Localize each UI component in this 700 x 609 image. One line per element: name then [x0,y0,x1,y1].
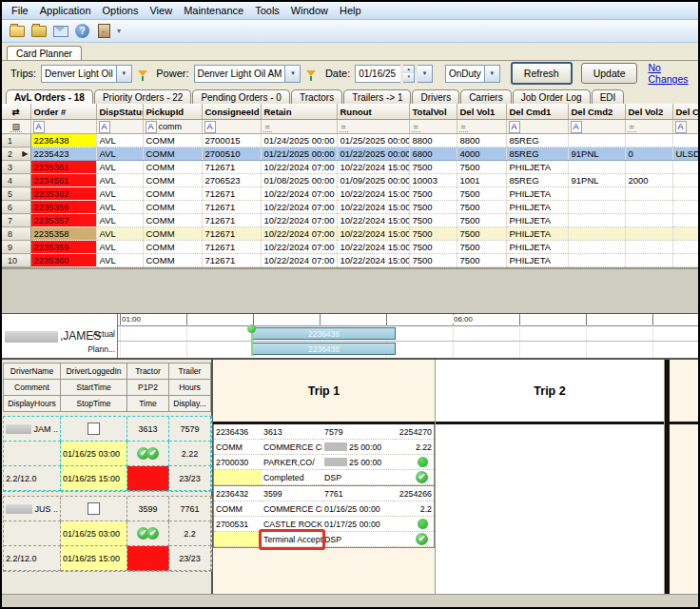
delvol2-cell[interactable] [625,201,672,214]
order-row[interactable]: 10 2235360 AVL COMM 712671 10/22/2024 07… [2,254,700,267]
filter-cell[interactable]: = [337,120,409,134]
row-number[interactable]: 4 [2,174,30,187]
delcmd1-cell[interactable]: PHILJETA [506,187,568,201]
pickup-cell[interactable]: COMM [143,134,202,147]
text-filter-icon[interactable]: A [146,121,157,133]
filter-cell[interactable]: Acomm [143,120,202,134]
delcmd2-cell[interactable] [568,201,625,214]
trip-pickup-city[interactable]: COMMERCE CIT.. [262,440,322,455]
dispstatus-cell[interactable]: AVL [96,134,143,147]
exit-icon[interactable]: ← [95,22,113,40]
filter-value[interactable]: comm [159,122,183,131]
delcmd2-cell[interactable]: 91PNL [568,147,625,161]
checkbox[interactable] [88,422,100,435]
delcmd1-cell[interactable]: 85REG [506,134,568,147]
consignee-cell[interactable]: 2706523 [202,174,261,187]
pickup-cell[interactable]: COMM [143,241,202,254]
gantt-driver-header[interactable]: ,JAMES Actual Plann... [2,314,118,358]
filter-cell[interactable]: A [202,120,261,134]
refresh-button[interactable]: Refresh [511,62,573,85]
trip-tractor[interactable]: 3613 [262,424,322,440]
trip2-header[interactable]: Trip 2 [436,360,664,424]
order-row[interactable]: 9 2235359 AVL COMM 712671 10/22/2024 07:… [2,241,700,254]
trip-pickup-city[interactable]: COMMERCE CIT.. [262,501,322,517]
row-number[interactable]: 5 [2,187,30,201]
retain-cell[interactable]: 10/22/2024 07:00 [261,187,337,201]
trip-trailer[interactable]: 7579 [322,424,395,440]
driver-name-cell[interactable]: JAM .. [4,417,61,442]
dispstatus-cell[interactable]: AVL [96,187,143,201]
menu-item[interactable]: View [144,4,178,17]
orders-tab[interactable]: Tractors [291,89,342,104]
date-dropdown[interactable]: ▾ [418,65,433,83]
orders-tab[interactable]: Job Order Log [513,89,591,104]
trip-dispatch[interactable]: DSP [322,470,395,485]
delcmd2-cell[interactable] [568,134,625,147]
trip-order-number[interactable]: 2236432 [214,486,262,501]
spin-down-icon[interactable]: ▾ [403,73,414,82]
delcmd1-cell[interactable]: PHILJETA [506,254,568,267]
p1p2-cell[interactable]: ✔✔ [127,442,169,466]
time-alert-cell[interactable] [127,466,169,491]
filter-cell[interactable]: = [457,120,506,134]
delcmd3-cell[interactable]: ULSD [672,147,700,161]
filter-cell[interactable]: = [261,120,337,134]
order-cell[interactable]: 2236438 [30,134,96,147]
col-header[interactable]: TotalVol [409,104,457,120]
pickup-cell[interactable]: COMM [143,254,202,267]
driver-col-header[interactable]: DriverName [4,363,61,380]
totalvol-cell[interactable]: 8800 [409,134,457,147]
menu-item[interactable]: Help [334,4,367,17]
order-row[interactable]: 6 2235356 AVL COMM 712671 10/22/2024 07:… [2,201,700,214]
trip-tractor[interactable]: 3599 [262,486,322,501]
dispstatus-cell[interactable]: AVL [96,241,143,254]
col-header[interactable]: Del Cmd2 [568,104,625,120]
order-cell[interactable]: 2235423 [30,147,96,161]
delvol2-cell[interactable] [625,254,672,267]
pickup-cell[interactable]: COMM [143,147,202,161]
tractor-cell[interactable]: 3599 [127,497,169,521]
filter-cell[interactable]: A [96,120,143,134]
row-number[interactable]: 6 [2,201,30,214]
consignee-cell[interactable]: 712671 [202,161,261,174]
trip-dest-city[interactable]: PARKER,CO/ [262,455,322,470]
col-header[interactable]: ConsigneeId [202,104,261,120]
filter-cell[interactable]: A [30,120,96,134]
chevron-down-icon[interactable]: ▾ [284,66,300,82]
text-filter-icon[interactable]: A [571,121,582,133]
delcmd1-cell[interactable]: PHILJETA [506,214,568,227]
trip-dest-time[interactable]: 01/17/25 00:00 [322,517,395,532]
retain-cell[interactable]: 01/24/2025 00:00 [261,134,337,147]
equals-filter-icon[interactable]: = [459,122,468,132]
trip-consignee[interactable]: 2700030 [214,455,262,470]
mail-icon[interactable] [51,22,69,40]
update-button[interactable]: Update [581,63,638,84]
delcmd2-cell[interactable] [568,187,625,201]
totalvol-cell[interactable]: 7500 [409,254,457,267]
driver-col-header[interactable]: Comment [4,380,61,396]
duty-select[interactable]: OnDuty ▾ [445,65,500,83]
text-filter-icon[interactable]: A [509,121,520,133]
runout-cell[interactable]: 01/22/2025 00:00 [337,147,409,161]
runout-cell[interactable]: 10/22/2024 15:00 [337,214,409,227]
driver-card[interactable]: JUS .. 3599 7761 01/16/25 03:00 ✔✔ 2.2 2… [3,496,212,572]
trip-pickup[interactable]: COMM [214,440,262,455]
consignee-cell[interactable]: 2700015 [202,134,261,147]
totalvol-cell[interactable]: 7500 [409,241,457,254]
orders-tab[interactable]: AvL Orders - 18 [6,89,93,104]
driver-col-header[interactable]: Trailer [169,363,211,380]
col-header[interactable]: Retain [261,104,337,120]
order-row[interactable]: 4 2234561 AVL COMM 2706523 01/08/2025 00… [2,174,700,187]
trip-job-number[interactable]: 2254270 [395,424,434,440]
retain-cell[interactable]: 10/22/2024 07:00 [261,201,337,214]
menu-item[interactable]: Maintenance [178,4,249,17]
trip-dispatch[interactable]: DSP [322,532,395,547]
toolbar-overflow-icon[interactable]: ▾ [117,27,121,35]
orders-tab[interactable]: Drivers [412,89,459,104]
text-filter-icon[interactable]: A [99,121,110,133]
col-header[interactable]: Del Vol1 [457,104,506,120]
delvol2-cell[interactable] [625,214,672,227]
start-time-cell[interactable]: 01/16/25 03:00 [61,442,127,466]
dispstatus-cell[interactable]: AVL [96,201,143,214]
power-filter-icon[interactable] [303,65,318,82]
